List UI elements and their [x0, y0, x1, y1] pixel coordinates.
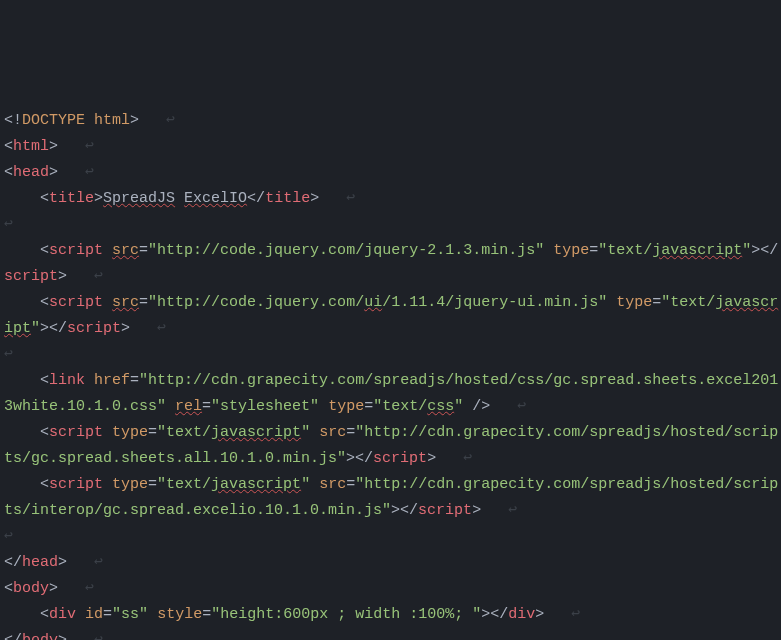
code-line: </body> ↩ — [4, 628, 781, 640]
code-line: <div id="ss" style="height:600px ; width… — [4, 602, 781, 628]
code-line: ↩ — [4, 524, 781, 550]
code-line: <script type="text/javascript" src="http… — [4, 472, 781, 524]
code-line: <script src="http://code.jquery.com/ui/1… — [4, 290, 781, 342]
code-line: </head> ↩ — [4, 550, 781, 576]
code-line: <body> ↩ — [4, 576, 781, 602]
code-editor[interactable]: <!DOCTYPE html> ↩<html> ↩<head> ↩ <title… — [4, 108, 781, 640]
code-line: <html> ↩ — [4, 134, 781, 160]
code-line: ↩ — [4, 212, 781, 238]
code-line: <link href="http://cdn.grapecity.com/spr… — [4, 368, 781, 420]
code-line: <script src="http://code.jquery.com/jque… — [4, 238, 781, 290]
code-line: <script type="text/javascript" src="http… — [4, 420, 781, 472]
code-line: <title>SpreadJS ExcelIO</title> ↩ — [4, 186, 781, 212]
code-line: ↩ — [4, 342, 781, 368]
code-line: <head> ↩ — [4, 160, 781, 186]
code-line: <!DOCTYPE html> ↩ — [4, 108, 781, 134]
